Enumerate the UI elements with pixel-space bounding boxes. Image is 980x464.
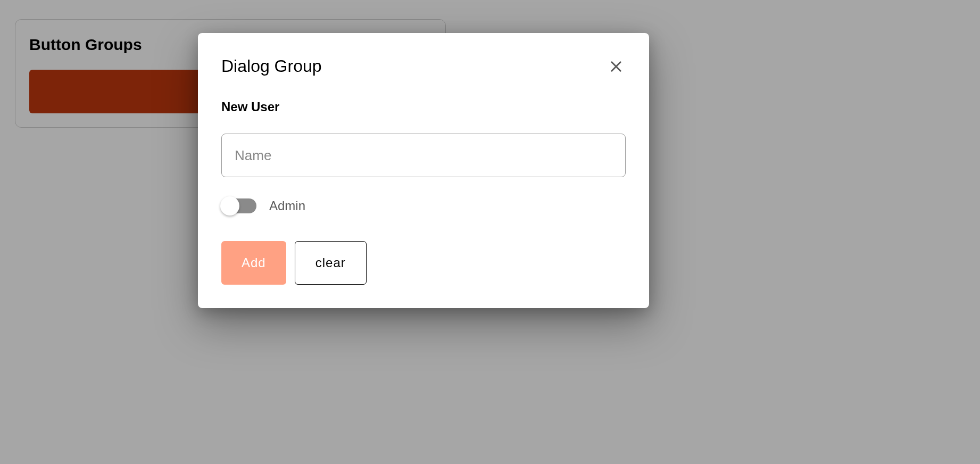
new-user-heading: New User: [221, 100, 626, 114]
admin-toggle-row: Admin: [221, 198, 626, 213]
dialog-group: Dialog Group New User Admin Add clear: [198, 33, 649, 308]
admin-toggle[interactable]: [221, 198, 256, 213]
admin-toggle-label: Admin: [269, 198, 305, 213]
dialog-close-button[interactable]: [607, 57, 626, 76]
toggle-knob: [220, 196, 239, 216]
dialog-add-button[interactable]: Add: [221, 241, 286, 285]
name-input[interactable]: [221, 134, 626, 177]
dialog-header: Dialog Group: [221, 56, 626, 76]
close-icon: [609, 59, 624, 74]
dialog-clear-button[interactable]: clear: [295, 241, 367, 285]
dialog-title: Dialog Group: [221, 56, 322, 76]
dialog-actions: Add clear: [221, 241, 626, 285]
